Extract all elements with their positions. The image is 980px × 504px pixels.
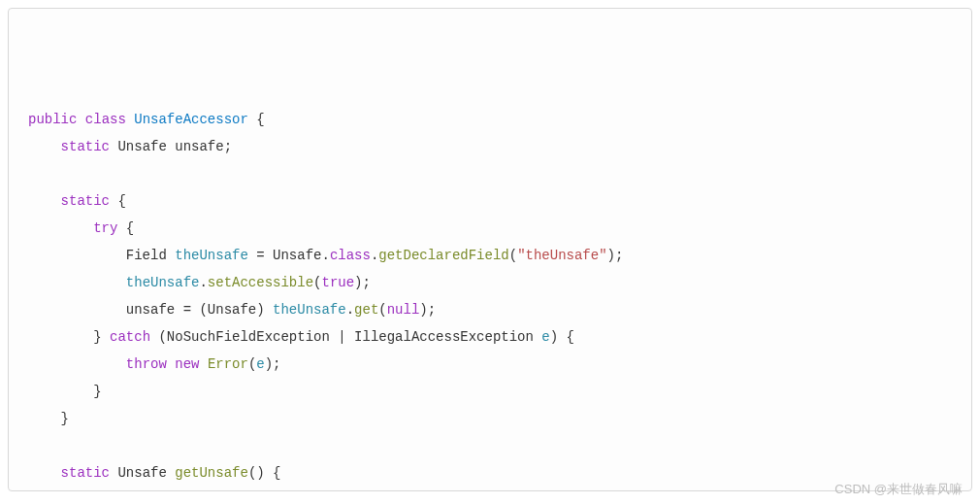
code-token: (: [378, 302, 386, 318]
code-line: throw new Error(e);: [28, 351, 952, 378]
code-line: theUnsafe.setAccessible(true);: [28, 269, 952, 296]
code-token: static: [61, 193, 110, 209]
code-token: getDeclaredField: [378, 248, 508, 263]
code-token: );: [607, 248, 624, 263]
code-line: [28, 432, 952, 459]
code-token: theUnsafe: [175, 248, 248, 263]
code-token: true: [321, 275, 354, 290]
code-line: static Unsafe unsafe;: [28, 133, 952, 160]
code-token: );: [354, 275, 371, 290]
code-token: {: [248, 112, 265, 127]
code-token: {: [117, 220, 134, 236]
code-line: }: [28, 405, 952, 432]
code-token: Error: [208, 356, 248, 372]
code-line: } catch (NoSuchFieldException | IllegalA…: [28, 323, 952, 351]
code-token: "theUnsafe": [517, 248, 606, 263]
code-container: public class UnsafeAccessor { static Uns…: [28, 106, 952, 491]
code-line: return unsafe;: [28, 487, 952, 491]
code-token: getUnsafe: [175, 465, 248, 481]
code-token: throw: [126, 356, 167, 372]
code-token: {: [110, 193, 126, 209]
code-line: public class UnsafeAccessor {: [28, 106, 952, 133]
code-token: (: [509, 248, 517, 263]
code-token: new: [175, 356, 199, 372]
code-token: );: [419, 302, 436, 318]
code-token: null: [387, 302, 420, 318]
code-line: unsafe = (Unsafe) theUnsafe.get(null);: [28, 296, 952, 323]
code-token: e: [256, 356, 264, 372]
code-token: }: [93, 384, 101, 399]
code-token: catch: [110, 329, 150, 345]
code-token: static: [61, 465, 110, 481]
code-token: theUnsafe: [126, 275, 200, 290]
code-token: ) {: [550, 329, 574, 345]
code-token: class: [330, 248, 371, 263]
code-block: public class UnsafeAccessor { static Uns…: [8, 8, 972, 491]
code-token: try: [93, 220, 117, 236]
code-line: static Unsafe getUnsafe() {: [28, 459, 952, 487]
code-line: static {: [28, 187, 952, 215]
code-token: theUnsafe: [273, 302, 346, 318]
code-line: try {: [28, 215, 952, 242]
footer-credit: CSDN @来世做春风嘛: [834, 481, 963, 498]
code-line: [28, 160, 952, 187]
code-token: public: [28, 112, 77, 127]
code-token: get: [354, 302, 378, 318]
code-line: }: [28, 378, 952, 405]
code-token: }: [61, 411, 69, 426]
code-token: setAccessible: [208, 275, 313, 290]
code-line: Field theUnsafe = Unsafe.class.getDeclar…: [28, 242, 952, 269]
code-token: class: [85, 112, 126, 127]
code-token: );: [265, 356, 281, 372]
code-token: }: [93, 329, 110, 345]
code-token: e: [541, 329, 549, 345]
code-token: static: [61, 139, 110, 154]
code-token: () {: [248, 465, 281, 481]
code-token: UnsafeAccessor: [134, 112, 248, 127]
